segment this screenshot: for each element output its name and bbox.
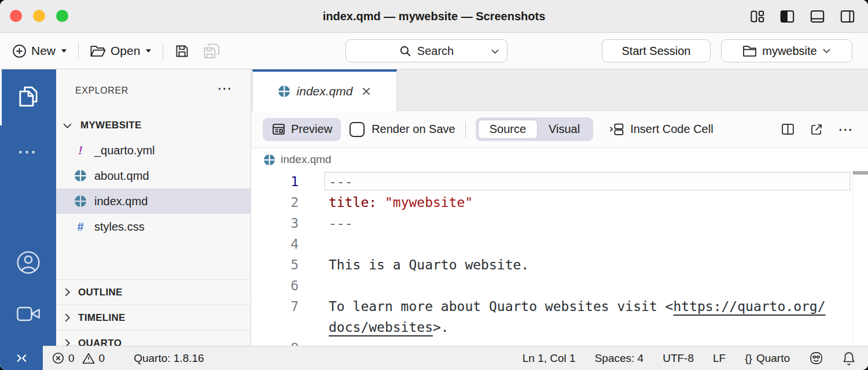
search-icon xyxy=(399,45,411,57)
line-number: 7 xyxy=(251,299,299,314)
more-editor-actions-button[interactable]: ⋯ xyxy=(838,127,853,132)
chevron-down-icon xyxy=(62,123,72,129)
new-button-label: New xyxy=(31,44,56,58)
line-number: 6 xyxy=(251,278,299,293)
tab-strip: index.qmd xyxy=(251,69,868,111)
quarto-file-icon xyxy=(73,169,87,182)
save-all-button[interactable] xyxy=(203,43,220,60)
tab-index-qmd[interactable]: index.qmd xyxy=(252,69,397,111)
source-mode-button[interactable]: Source xyxy=(478,120,538,139)
chevron-right-icon xyxy=(64,287,71,297)
css-file-icon: # xyxy=(73,220,87,234)
screencast-button[interactable] xyxy=(0,305,56,323)
line-number: 1 xyxy=(251,174,299,189)
split-editor-button[interactable] xyxy=(781,122,795,136)
section-label: OUTLINE xyxy=(78,287,123,298)
folder-icon xyxy=(742,45,757,57)
open-external-icon xyxy=(810,123,823,136)
quarto-file-icon xyxy=(278,85,290,98)
file-row-index-qmd[interactable]: index.qmd xyxy=(56,188,251,214)
save-button[interactable] xyxy=(174,43,190,59)
code-line: 1 --- xyxy=(251,171,868,192)
warning-icon xyxy=(82,353,95,364)
problems-button[interactable]: 0 0 xyxy=(52,352,105,365)
remote-indicator-button[interactable] xyxy=(0,346,43,370)
line-number: 4 xyxy=(251,236,299,251)
tab-label: index.qmd xyxy=(297,84,353,98)
caret-down-icon xyxy=(61,49,67,53)
camera-icon xyxy=(16,305,41,323)
left-sidebar-icon xyxy=(779,9,795,24)
quarto-section-header[interactable]: QUARTO xyxy=(56,330,251,346)
language-mode-item[interactable]: {} Quarto xyxy=(745,352,790,365)
split-editor-icon xyxy=(781,122,795,136)
chevron-right-icon xyxy=(64,338,71,346)
code-line: 5 This is a Quarto website. xyxy=(251,254,868,275)
file-row-about-qmd[interactable]: about.qmd xyxy=(56,163,251,188)
toggle-bottom-panel-button[interactable] xyxy=(809,9,825,25)
open-in-new-window-button[interactable] xyxy=(810,123,823,136)
outline-section-header[interactable]: OUTLINE xyxy=(56,279,251,305)
explorer-view-button[interactable] xyxy=(0,83,56,110)
search-input[interactable]: Search xyxy=(345,39,507,62)
breadcrumb[interactable]: index.qmd xyxy=(251,148,868,171)
section-label: TIMELINE xyxy=(78,312,126,324)
preview-button[interactable]: Preview xyxy=(263,118,341,141)
account-icon xyxy=(16,250,41,275)
encoding-item[interactable]: UTF-8 xyxy=(663,352,694,365)
timeline-section-header[interactable]: TIMELINE xyxy=(56,305,251,330)
right-sidebar-icon xyxy=(840,9,855,24)
feedback-button[interactable] xyxy=(809,351,823,365)
code-link[interactable]: docs/websites xyxy=(329,320,433,335)
remote-icon xyxy=(15,353,28,363)
file-row-quarto-yml[interactable]: ! _quarto.yml xyxy=(56,138,251,163)
root-folder-row[interactable]: MYWEBSITE xyxy=(56,113,251,138)
caret-down-icon xyxy=(145,49,152,53)
chevron-down-icon xyxy=(822,48,831,54)
toolbar-divider xyxy=(78,42,79,60)
toggle-left-sidebar-button[interactable] xyxy=(779,9,795,25)
open-button[interactable]: Open xyxy=(90,44,152,58)
render-on-save-checkbox[interactable] xyxy=(350,122,365,137)
code-line: 6 xyxy=(251,275,868,296)
breadcrumb-file: index.qmd xyxy=(281,153,332,166)
start-session-label: Start Session xyxy=(622,45,691,58)
customize-layout-icon xyxy=(749,9,765,24)
braces-icon: {} xyxy=(745,352,752,365)
cursor-position-item[interactable]: Ln 1, Col 1 xyxy=(523,352,576,365)
notifications-button[interactable] xyxy=(843,352,855,365)
root-folder-label: MYWEBSITE xyxy=(80,120,142,131)
bottom-panel-icon xyxy=(810,9,825,24)
save-icon xyxy=(174,43,190,59)
explorer-more-actions-button[interactable]: ⋯ xyxy=(217,80,232,98)
close-tab-button[interactable] xyxy=(361,86,372,97)
customize-layout-button[interactable] xyxy=(749,9,765,25)
indentation-item[interactable]: Spaces: 4 xyxy=(595,352,644,365)
toggle-right-sidebar-button[interactable] xyxy=(839,9,855,25)
editor-group: index.qmd Preview Render on Save Source … xyxy=(251,69,868,346)
project-button[interactable]: mywebsite xyxy=(721,39,852,62)
main-toolbar: New Open Search Start Session xyxy=(0,33,868,69)
code-link[interactable]: https://quarto.org/ xyxy=(673,299,825,314)
error-count: 0 xyxy=(68,352,75,365)
account-button[interactable] xyxy=(0,250,56,275)
render-on-save-label: Render on Save xyxy=(372,123,455,136)
line-number: 3 xyxy=(251,216,299,231)
more-views-button[interactable]: ⋯ xyxy=(0,146,56,157)
code-editor[interactable]: 1 --- 2 title: "mywebsite" 3 --- 4 5 Thi… xyxy=(251,171,868,346)
more-icon: ⋯ xyxy=(17,146,39,157)
source-visual-toggle: Source Visual xyxy=(476,117,594,141)
project-button-label: mywebsite xyxy=(762,45,816,58)
code-line: 2 title: "mywebsite" xyxy=(251,192,868,213)
quarto-version-item[interactable]: Quarto: 1.8.16 xyxy=(134,352,204,365)
quarto-file-icon xyxy=(73,195,87,208)
open-folder-icon xyxy=(90,45,106,58)
visual-mode-button[interactable]: Visual xyxy=(538,120,591,138)
new-button[interactable]: New xyxy=(12,44,67,58)
save-all-icon xyxy=(203,43,220,60)
start-session-button[interactable]: Start Session xyxy=(602,39,711,62)
code-token: title: xyxy=(329,195,385,210)
insert-code-cell-button[interactable]: Insert Code Cell xyxy=(609,123,713,136)
eol-item[interactable]: LF xyxy=(713,352,726,365)
file-row-styles-css[interactable]: # styles.css xyxy=(56,214,251,239)
